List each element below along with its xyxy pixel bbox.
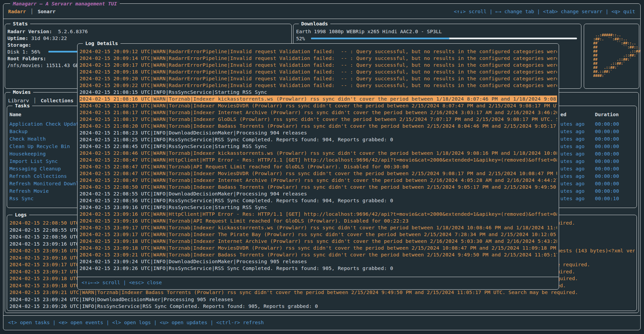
task-row-last-executed: utes ago: [560, 165, 594, 173]
logs-title: Logs: [13, 211, 29, 218]
log-details-line-list[interactable]: 2024-02-15 20:09:12 UTC|WARN|RadarrError…: [80, 48, 557, 276]
log-detail-line[interactable]: 2024-02-15 23:09:16 UTC|WARN|Torznab|API…: [80, 217, 557, 224]
task-row-duration: 00:00:00: [595, 128, 632, 135]
bottom-keybindings: <t> open tasks | <e> open events | <l> o…: [8, 319, 264, 326]
log-detail-line[interactable]: 2024-02-15 22:08:56 UTC|INFO|RssSyncServ…: [80, 197, 557, 204]
log-detail-line[interactable]: 2024-02-15 23:09:16 UTC|WARN|HttpClient|…: [80, 211, 557, 217]
log-detail-line[interactable]: 2024-02-15 21:08:15 UTC|INFO|RssSyncServ…: [80, 89, 557, 96]
task-row-last-executed: utes ago: [560, 135, 594, 143]
storage-label: Storage:: [7, 42, 31, 48]
modal-footer-separator: [77, 277, 559, 277]
log-detail-line[interactable]: 2024-02-15 20:09:20 UTC|WARN|RadarrError…: [80, 75, 557, 82]
movies-tab-divider: │: [34, 97, 37, 104]
log-detail-line[interactable]: 2024-02-15 21:08:17 UTC|WARN|Torznab|Ind…: [80, 116, 557, 123]
tab-radarr[interactable]: Radarr: [8, 8, 26, 15]
task-row-duration: 00:00:00: [595, 121, 632, 128]
log-detail-line[interactable]: 2024-02-15 21:08:16 UTC|WARN|Torznab|Ind…: [80, 96, 557, 102]
footer-separator: [3, 315, 641, 316]
task-row-duration: 00:00:00: [595, 165, 632, 173]
tasks-title: Tasks: [13, 102, 32, 109]
radarr-version-label: Radarr Version:: [7, 28, 52, 34]
log-detail-line[interactable]: 2024-02-15 23:09:17 UTC|WARN|Torznab|Ind…: [80, 231, 557, 238]
download-percent: 52%: [296, 35, 305, 42]
tasks-duration-header: Duration: [595, 111, 619, 118]
task-row-last-executed: utes ago: [560, 128, 594, 135]
disk-label: Disk 1:: [7, 49, 28, 55]
task-row-duration: 00:00:00: [595, 135, 632, 143]
log-detail-line[interactable]: 2024-02-15 21:08:20 UTC|WARN|Torznab|Ind…: [80, 123, 557, 129]
task-row-last-executed: utes ago: [560, 188, 594, 195]
tasks-name-header: Name: [9, 111, 21, 118]
task-row-duration: 00:00:00: [595, 188, 632, 195]
task-row-last-executed: utes ago: [560, 158, 594, 165]
log-detail-line[interactable]: 2024-02-15 21:08:23 UTC|INFO|DownloadDec…: [80, 129, 557, 136]
tasks-last-executed-header: ed: [560, 111, 567, 118]
root-folder-row: /nfs/movies: 11511.43 GB: [7, 62, 79, 69]
tab-sonarr[interactable]: Sonarr: [38, 8, 56, 15]
log-detail-line[interactable]: 2024-02-15 23:09:21 UTC|WARN|Torznab|Ind…: [80, 251, 557, 258]
log-details-title: Log Details: [83, 40, 120, 47]
logo-panel: ..:#####::.. :##:. ``:##::.. ##` ``:##::…: [584, 24, 639, 89]
task-row-duration: 00:00:00: [595, 143, 632, 150]
log-detail-line[interactable]: 2024-02-15 22:08:47 UTC|WARN|Torznab|API…: [80, 163, 557, 170]
top-keybindings: <↑↓> scroll | ←→ change tab | <tab> chan…: [454, 8, 635, 15]
task-row-last-executed: utes ago: [560, 150, 594, 158]
log-detail-line[interactable]: 2024-02-15 21:08:17 UTC|WARN|Torznab|Ind…: [80, 102, 557, 109]
log-detail-line[interactable]: 2024-02-15 23:09:18 UTC|WARN|Torznab|Ind…: [80, 238, 557, 245]
log-detail-line[interactable]: 2024-02-15 22:08:47 UTC|WARN|Torznab|Ind…: [80, 177, 557, 184]
tab-collections[interactable]: Collections: [41, 97, 73, 104]
log-detail-line[interactable]: 2024-02-15 20:09:22 UTC|WARN|RadarrError…: [80, 82, 557, 89]
log-detail-line[interactable]: 2024-02-15 23:09:16 UTC|INFO|RssSyncServ…: [80, 204, 557, 211]
task-duration-list: 00:00:0000:00:0000:00:0000:00:0000:00:00…: [595, 121, 632, 203]
task-row-last-executed: utes ago: [560, 143, 594, 150]
log-line[interactable]: 2024-02-15 23:09:26 UTC|INFO|RssSyncServ…: [9, 303, 635, 310]
task-row-duration: 00:00:00: [595, 150, 632, 158]
disk-row: Disk 1: 56%: [7, 48, 40, 55]
log-detail-line[interactable]: 2024-02-15 22:08:55 UTC|INFO|DownloadDec…: [80, 190, 557, 197]
log-detail-line[interactable]: 2024-02-15 22:08:46 UTC|WARN|Torznab|Ind…: [80, 150, 557, 156]
task-row-duration: 00:00:10: [595, 195, 632, 203]
radarr-version-value: 5.2.6.8376: [58, 28, 88, 34]
download-progress-bar: [311, 38, 577, 39]
log-detail-line[interactable]: 2024-02-15 22:08:47 UTC|WARN|Torznab|Ind…: [80, 170, 557, 177]
log-details-modal: Log Details 2024-02-15 20:09:12 UTC|WARN…: [77, 43, 559, 290]
radarr-ascii-logo-icon: ..:#####::.. :##:. ``:##::.. ##` ``:##::…: [589, 33, 640, 78]
task-last-executed-list: utes agoutes agoutes agoutes agoutes ago…: [560, 121, 594, 203]
download-item-title: Earth 1998 1080p WEBRip x265 Hindi AAC2.…: [296, 28, 577, 35]
log-detail-line[interactable]: 2024-02-15 23:09:17 UTC|WARN|Torznab|Ind…: [80, 224, 557, 231]
log-detail-line[interactable]: 2024-02-15 20:09:17 UTC|WARN|RadarrError…: [80, 62, 557, 68]
app-title: Managarr – A Servarr management TUI: [10, 0, 120, 7]
log-detail-line[interactable]: 2024-02-15 22:08:50 UTC|WARN|Torznab|Ind…: [80, 184, 557, 190]
log-detail-line[interactable]: 2024-02-15 23:09:26 UTC|INFO|RssSyncServ…: [80, 265, 557, 272]
movies-title: Movies: [10, 89, 33, 96]
servarr-tab-bar: Radarr │ Sonarr: [8, 8, 55, 15]
header-separator: [3, 19, 641, 19]
log-detail-line[interactable]: 2024-02-15 23:09:24 UTC|INFO|DownloadDec…: [80, 258, 557, 265]
log-detail-line[interactable]: 2024-02-15 22:08:47 UTC|WARN|HttpClient|…: [80, 156, 557, 163]
log-detail-line[interactable]: 2024-02-15 23:09:18 UTC|WARN|Torznab|Ind…: [80, 245, 557, 251]
disk-percent: 56%: [31, 49, 40, 55]
modal-footer-keybindings: <↑↓←→> scroll | <esc> close: [82, 279, 162, 286]
task-row-last-executed: utes ago: [560, 180, 594, 188]
log-line[interactable]: 2024-02-15 23:09:24 UTC|INFO|DownloadDec…: [9, 296, 635, 303]
log-detail-line[interactable]: 2024-02-15 20:09:14 UTC|WARN|RadarrError…: [80, 55, 557, 62]
task-row-duration: 00:00:00: [595, 180, 632, 188]
tab-divider: │: [30, 8, 34, 15]
task-row-duration: 00:00:00: [595, 158, 632, 165]
downloads-title: Downloads: [299, 20, 330, 27]
stats-title: Stats: [10, 20, 30, 27]
log-detail-line[interactable]: 2024-02-15 21:08:17 UTC|WARN|Torznab|Ind…: [80, 109, 557, 116]
task-row-duration: 00:00:00: [595, 173, 632, 180]
log-detail-line[interactable]: 2024-02-15 22:08:45 UTC|INFO|RssSyncServ…: [80, 143, 557, 150]
log-line[interactable]: 2024-02-15 23:09:21 UTC|WARN|Torznab|Ind…: [9, 289, 635, 296]
root-folders-label: Root Folders:: [7, 55, 46, 62]
uptime-label: Uptime:: [7, 35, 28, 41]
log-detail-line[interactable]: 2024-02-15 20:09:12 UTC|WARN|RadarrError…: [80, 48, 557, 55]
managarr-screen: Managarr – A Servarr management TUI Rada…: [0, 0, 644, 334]
uptime-value: 31d 04:32:22: [31, 35, 67, 41]
log-detail-line[interactable]: 2024-02-15 20:09:18 UTC|WARN|RadarrError…: [80, 68, 557, 75]
log-detail-line[interactable]: 2024-02-15 21:08:25 UTC|INFO|RssSyncServ…: [80, 136, 557, 143]
task-row-last-executed: utes ago: [560, 195, 594, 203]
uptime-row: Uptime: 31d 04:32:22: [7, 35, 67, 42]
radarr-version-row: Radarr Version: 5.2.6.8376: [7, 28, 88, 35]
